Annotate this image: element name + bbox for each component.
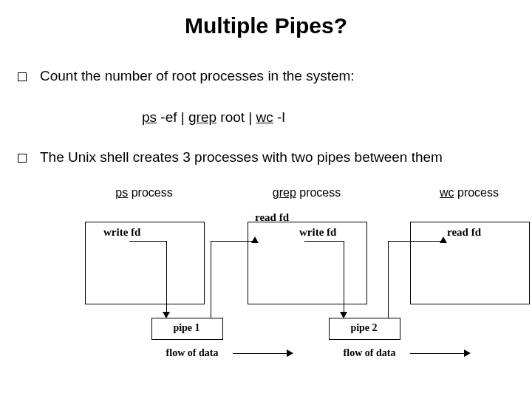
connector [304,241,344,242]
arrow-right-icon [464,349,471,357]
cmd-ps-args: -ef [157,109,177,125]
wc-read-fd-label: read fd [447,226,481,239]
cmd-wc-args: -l [273,109,285,125]
arrow-up-icon [251,236,259,243]
bullet-2-text: The Unix shell creates 3 processes with … [40,149,443,166]
arrow-up-icon [440,236,447,243]
proc-wc-label: wc process [414,186,525,200]
connector [388,241,441,242]
proc-wc-word: process [454,186,499,199]
cmd-ps: ps [142,109,157,125]
proc-wc-underline: wc [440,186,454,199]
grep-write-fd-label: write fd [299,226,336,239]
bullet-square-icon [18,72,27,81]
cmd-pipe2: | [245,109,256,125]
command-line: ps -ef | grep root | wc -l [142,109,285,126]
pipe-2-label: pipe 2 [329,322,399,334]
cmd-grep: grep [188,109,216,125]
connector [129,241,166,242]
connector [211,241,253,242]
pipe-1-label: pipe 1 [151,322,222,334]
connector [344,241,344,313]
page-title: Multiple Pipes? [0,13,532,38]
proc-ps-word: process [128,186,172,199]
proc-grep-label: grep process [251,186,362,200]
bullet-1: Count the number of root processes in th… [18,68,355,84]
proc-ps-underline: ps [115,186,128,199]
connector [388,241,389,318]
flow-arrow-line [410,353,466,354]
bullet-square-icon [18,154,27,163]
arrow-down-icon [163,312,170,318]
connector [166,241,167,313]
flow-arrow-line [233,353,288,354]
proc-grep-word: process [296,186,341,199]
grep-read-fd-label: read fd [255,211,289,224]
arrow-down-icon [340,312,347,318]
cmd-pipe1: | [177,109,189,125]
flow-2-label: flow of data [332,347,406,359]
cmd-wc: wc [256,109,273,125]
ps-write-fd-label: write fd [103,226,140,239]
arrow-right-icon [287,349,293,357]
bullet-2: The Unix shell creates 3 processes with … [18,149,443,166]
proc-grep-underline: grep [273,186,296,199]
connector [211,241,211,318]
slide: Multiple Pipes? Count the number of root… [0,0,532,399]
proc-ps-label: ps process [89,186,200,200]
cmd-grep-args: root [216,109,245,125]
bullet-1-text: Count the number of root processes in th… [40,68,355,84]
flow-1-label: flow of data [155,347,229,359]
